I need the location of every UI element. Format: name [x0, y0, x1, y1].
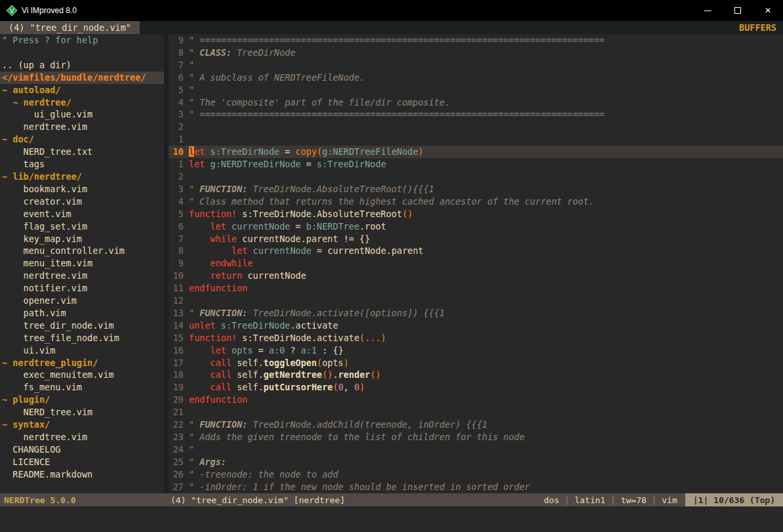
code-line[interactable]: 27" -inOrder: 1 if the new node should b…	[169, 481, 783, 493]
code-line[interactable]: 23" Adds the given treenode to the list …	[169, 431, 783, 443]
code-text	[189, 295, 783, 307]
tree-file-item[interactable]: bookmark.vim	[0, 183, 164, 195]
code-line[interactable]: 9 endwhile	[169, 257, 783, 270]
tab-tree-dir-node[interactable]: (4) "tree_dir_node.vim"	[0, 21, 140, 34]
tree-dir-item[interactable]: ~ autoload/	[0, 84, 164, 96]
code-line[interactable]: 15function! s:TreeDirNode.activate(...)	[169, 332, 783, 344]
code-line[interactable]: 22" FUNCTION: TreeDirNode.addChild(treen…	[169, 419, 783, 431]
tree-file-item[interactable]: nerdtree.vim	[0, 121, 164, 133]
code-line-current[interactable]: 10let s:TreeDirNode = copy(g:NERDTreeFil…	[169, 146, 783, 158]
line-number: 3	[169, 183, 189, 195]
code-line[interactable]: 1	[169, 133, 783, 146]
tree-file-item[interactable]: key_map.vim	[0, 233, 164, 245]
svg-text:V: V	[10, 8, 14, 14]
code-line[interactable]: 8" CLASS: TreeDirNode	[169, 47, 783, 59]
tree-up-item[interactable]: .. (up a dir)	[0, 59, 164, 72]
tree-file-item[interactable]: ui.vim	[0, 344, 164, 357]
tree-file-item[interactable]: CHANGELOG	[0, 443, 164, 456]
code-token	[189, 358, 211, 368]
tree-dir-item[interactable]: ~ lib/nerdtree/	[0, 171, 164, 183]
code-token: ()	[402, 209, 412, 219]
line-number: 7	[169, 233, 189, 245]
code-line[interactable]: 21	[169, 406, 783, 419]
code-line[interactable]: 7 while currentNode.parent != {}	[169, 233, 783, 245]
code-token: " -treenode: the node to add	[189, 469, 338, 480]
code-token: endwhile	[211, 258, 253, 268]
code-line[interactable]: 13" FUNCTION: TreeDirNode.activate([opti…	[169, 307, 783, 319]
code-line[interactable]: 6" A subclass of NERDTreeFileNode.	[169, 72, 783, 84]
tree-file-item[interactable]: creator.vim	[0, 195, 164, 208]
code-text: " Adds the given treenode to the list of…	[189, 431, 783, 443]
tree-file-item[interactable]: NERD_tree.txt	[0, 146, 164, 158]
tree-file-item[interactable]: flag_set.vim	[0, 220, 164, 233]
line-number: 6	[169, 220, 189, 233]
tree-file-item[interactable]: tree_file_node.vim	[0, 332, 164, 344]
vertical-split-separator[interactable]	[164, 34, 169, 493]
code-line[interactable]: 9" =====================================…	[169, 34, 783, 47]
code-line[interactable]: 24"	[169, 443, 783, 456]
code-line[interactable]: 26" -treenode: the node to add	[169, 468, 783, 481]
tree-dir-item[interactable]: ~ nerdtree/	[0, 96, 164, 109]
close-button[interactable]: ✕	[753, 0, 783, 21]
code-line[interactable]: 2	[169, 171, 783, 183]
tree-file-item[interactable]: ui_glue.vim	[0, 108, 164, 121]
tree-file-item[interactable]: opener.vim	[0, 295, 164, 307]
tree-dir-item[interactable]: ~ nerdtree_plugin/	[0, 357, 164, 369]
tree-root-item[interactable]: </vimfiles/bundle/nerdtree/	[0, 72, 164, 84]
tree-file-item[interactable]: fs_menu.vim	[0, 381, 164, 394]
code-line[interactable]: 3" FUNCTION: TreeDirNode.AbsoluteTreeRoo…	[169, 183, 783, 195]
code-line[interactable]: 8 let currentNode = currentNode.parent	[169, 245, 783, 257]
code-token: " The 'composite' part of the file/dir c…	[189, 97, 450, 108]
code-text: let s:TreeDirNode = copy(g:NERDTreeFileN…	[189, 146, 783, 158]
code-line[interactable]: 11endfunction	[169, 282, 783, 295]
tree-file-item[interactable]: NERD_tree.vim	[0, 406, 164, 419]
tree-dir-item[interactable]: ~ doc/	[0, 133, 164, 146]
titlebar[interactable]: V Vi IMproved 8.0 — ✕	[0, 0, 783, 21]
tree-file-item[interactable]: tags	[0, 158, 164, 171]
tree-dir-item[interactable]: ~ syntax/	[0, 419, 164, 431]
code-line[interactable]: 18 call self.getNerdtree().render()	[169, 369, 783, 381]
tree-file-item[interactable]: exec_menuitem.vim	[0, 369, 164, 381]
code-line[interactable]: 1let g:NERDTreeDirNode = s:TreeDirNode	[169, 158, 783, 171]
code-line[interactable]: 2	[169, 121, 783, 133]
code-line[interactable]: 10 return currentNode	[169, 270, 783, 282]
minimize-button[interactable]: —	[693, 0, 723, 21]
code-line[interactable]: 5"	[169, 84, 783, 96]
code-token: " Class method that returns the highest …	[189, 196, 594, 207]
code-line[interactable]: 20endfunction	[169, 394, 783, 406]
code-line[interactable]: 4" The 'composite' part of the file/dir …	[169, 96, 783, 109]
code-token: 0	[354, 382, 359, 392]
code-line[interactable]: 25" Args:	[169, 456, 783, 468]
tree-file-item[interactable]: event.vim	[0, 208, 164, 220]
maximize-button[interactable]	[723, 0, 753, 21]
tree-help-line[interactable]: " Press ? for help	[0, 34, 164, 47]
command-line	[0, 506, 783, 532]
tree-file-item[interactable]: LICENCE	[0, 456, 164, 468]
tree-file-item[interactable]: path.vim	[0, 307, 164, 319]
code-line[interactable]: 3" =====================================…	[169, 108, 783, 121]
tree-file-item[interactable]: menu_controller.vim	[0, 245, 164, 257]
code-text: "	[189, 84, 783, 96]
code-token: =	[253, 345, 269, 356]
code-line[interactable]: 14unlet s:TreeDirNode.activate	[169, 319, 783, 332]
code-token: toggleOpen	[264, 358, 317, 368]
code-line[interactable]: 12	[169, 295, 783, 307]
code-line[interactable]: 17 call self.toggleOpen(opts)	[169, 357, 783, 369]
tree-file-item[interactable]: notifier.vim	[0, 282, 164, 295]
code-token	[205, 159, 210, 169]
code-line[interactable]: 5function! s:TreeDirNode.AbsoluteTreeRoo…	[169, 208, 783, 220]
tree-file-item[interactable]: README.markdown	[0, 468, 164, 481]
code-text: " FUNCTION: TreeDirNode.activate([option…	[189, 307, 783, 319]
tree-file-item[interactable]: nerdtree.vim	[0, 270, 164, 282]
tree-dir-item[interactable]: ~ plugin/	[0, 394, 164, 406]
code-text: function! s:TreeDirNode.AbsoluteTreeRoot…	[189, 208, 783, 220]
tree-file-item[interactable]: tree_dir_node.vim	[0, 319, 164, 332]
code-line[interactable]: 16 let opts = a:0 ? a:1 : {}	[169, 344, 783, 357]
code-line[interactable]: 6 let currentNode = b:NERDTree.root	[169, 220, 783, 233]
tree-file-item[interactable]: menu_item.vim	[0, 257, 164, 270]
code-line[interactable]: 7"	[169, 59, 783, 72]
code-line[interactable]: 4" Class method that returns the highest…	[169, 195, 783, 208]
tree-file-item[interactable]: nerdtree.vim	[0, 431, 164, 443]
code-token: while	[211, 234, 237, 244]
code-line[interactable]: 19 call self.putCursorHere(0, 0)	[169, 381, 783, 394]
